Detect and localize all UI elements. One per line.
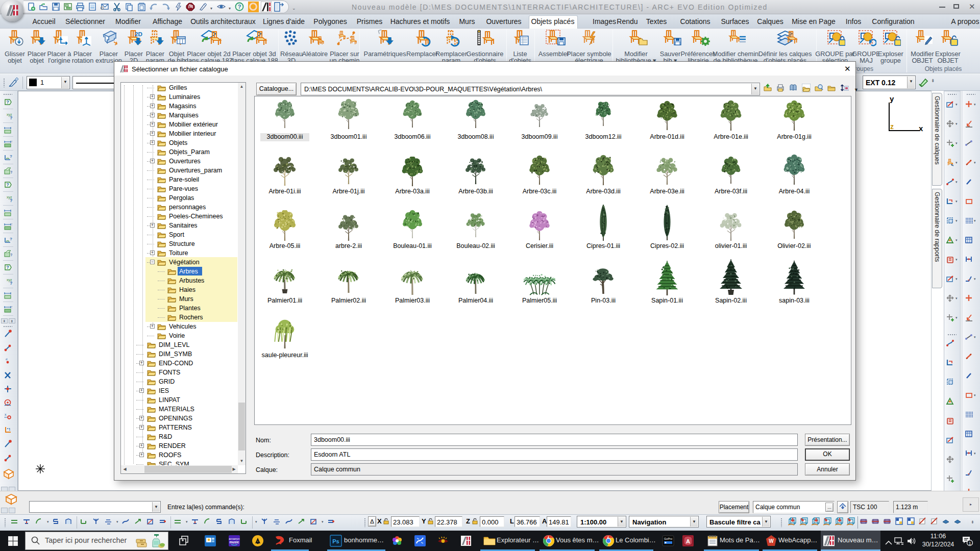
svg-text:?: ? (10, 170, 12, 174)
svg-text:GoPro: GoPro (664, 537, 672, 540)
svg-text:?: ? (11, 222, 12, 227)
svg-text:?: ? (10, 281, 12, 286)
svg-text:x: x (5, 413, 7, 416)
svg-text:music: music (230, 540, 239, 544)
svg-text:2D: 2D (135, 31, 142, 37)
svg-text:?: ? (10, 154, 12, 159)
svg-text:?: ? (6, 265, 9, 270)
svg-text:?: ? (10, 237, 12, 241)
svg-text:?: ? (11, 140, 12, 144)
svg-text:A: A (686, 538, 690, 544)
svg-text:W: W (769, 538, 774, 544)
svg-text:Ps: Ps (332, 538, 339, 544)
svg-text:?: ? (11, 305, 12, 310)
svg-text:?: ? (238, 4, 241, 10)
svg-text:?: ? (10, 115, 12, 120)
svg-text:?: ? (10, 253, 12, 257)
svg-text:?: ? (6, 99, 9, 105)
svg-text:?: ? (10, 198, 12, 203)
svg-text:d: d (6, 358, 7, 361)
svg-text:?: ? (6, 182, 9, 187)
svg-text:1: 1 (969, 541, 971, 546)
